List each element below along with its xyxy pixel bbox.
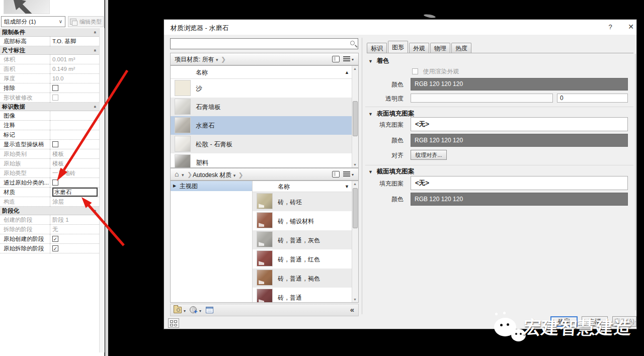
material-list-item[interactable]: 沙 [171,79,358,98]
project-list-scrollbar[interactable]: ▲ ▼ [352,66,358,167]
material-list-item[interactable]: 石膏墙板 [171,98,358,116]
section-title: 限制条件 [2,29,25,35]
material-list-item[interactable]: 砖，普通 [253,288,358,303]
material-list-item[interactable]: 塑料 [171,153,358,168]
open-library-folder-icon[interactable] [174,307,182,313]
material-thumbnail [257,231,273,247]
view-options-caret-icon[interactable]: ▾ [352,57,354,62]
cursor-arrow-icon [4,0,50,14]
cut-pattern-section-header[interactable]: ▼ 截面填充图案 [368,167,414,176]
property-value: 0.001 m³ [52,56,75,62]
section-header[interactable]: 标识数据« [0,103,99,111]
edit-type-button[interactable]: 编辑类型 [68,16,104,27]
tab-物理[interactable]: 物理 [430,43,450,53]
type-selector-dropdown[interactable]: 组成部分 (1) ∨ [1,16,65,27]
texture-alignment-button[interactable]: 纹理对齐... [411,150,447,160]
view-options-caret-icon[interactable]: ▾ [352,172,354,177]
material-list-item[interactable]: 砖，铺设材料 [253,211,358,230]
tree-item-home-view[interactable]: ▶ 主视图 [171,181,252,191]
folder-menu-caret-icon[interactable]: ▾ [184,309,186,313]
section-header[interactable]: 阶段化« [0,207,99,215]
material-list-item[interactable]: 砖，普通，褐色 [253,269,358,288]
checkbox[interactable]: ✓ [52,245,58,251]
close-icon[interactable]: ✕ [626,23,636,31]
section-header[interactable]: 限制条件« [0,28,99,37]
scroll-up-icon[interactable]: ▲ [353,67,357,70]
list-header[interactable]: 名称 ▼ [253,181,358,192]
panel-splitter[interactable] [362,38,362,314]
create-material-globe-icon[interactable] [190,306,197,313]
asset-browser-button[interactable] [168,318,179,328]
library-list-scrollbar[interactable]: ▲ ▼ [352,181,358,302]
library-materials-list: 名称 ▼ 砖，砖坯砖，铺设材料砖，普通，灰色砖，普通，红色砖，普通，褐色砖，普通… [253,181,358,302]
material-list-item[interactable]: 砖，普通，灰色 [253,230,358,249]
collapse-section-icon[interactable]: « [93,106,97,108]
type-preview [4,0,50,14]
home-icon[interactable]: ⌂ [175,170,179,178]
collapse-library-icon[interactable]: « [350,305,354,314]
scrollbar-thumb[interactable] [353,188,358,228]
library-breadcrumb-label[interactable]: Autodesk 材质 [193,171,231,179]
surface-pattern-box[interactable]: <无> [411,117,628,131]
search-input[interactable] [170,38,358,49]
material-name: 砖，铺设材料 [278,217,314,226]
checkbox[interactable] [52,141,58,147]
property-value: 10.0 [52,75,63,81]
material-value[interactable]: 水磨石 [52,188,98,197]
transparency-value[interactable]: 0 [557,94,628,103]
material-list-item[interactable]: 水磨石 [171,116,358,135]
tab-热度[interactable]: 热度 [451,43,471,53]
home-caret-icon[interactable]: ▾ [182,172,184,177]
material-list-item[interactable]: 砖，砖坯 [253,192,358,211]
tab-外观[interactable]: 外观 [409,43,429,53]
list-view-icon[interactable] [343,56,350,62]
material-list-icon[interactable] [206,307,213,313]
property-value-cell: 无 [50,225,99,234]
surface-pattern-section-header[interactable]: ▼ 表面填充图案 [368,110,414,118]
tab-标识[interactable]: 标识 [367,43,387,53]
name-column-header[interactable]: 名称 [171,69,208,76]
checkbox[interactable] [52,180,58,186]
tab-图形[interactable]: 图形 [388,41,408,53]
card-view-icon[interactable] [332,56,340,62]
use-render-appearance-checkbox[interactable] [412,68,418,74]
scroll-down-icon[interactable]: ▼ [353,298,357,301]
dialog-titlebar[interactable]: 材质浏览器 - 水磨石 ? ✕ [164,20,636,35]
wechat-icon-eye [520,333,522,335]
property-label: 通过原始分类的... [0,178,50,188]
library-caret-icon[interactable]: ▾ [233,173,236,178]
checkbox[interactable]: ✓ [52,236,58,242]
material-list-item[interactable]: 松散 - 石膏板 [171,135,358,153]
name-column-header[interactable]: 名称 [253,183,290,190]
sort-descending-icon[interactable]: ▼ [345,181,349,192]
collapse-section-icon[interactable]: « [93,210,97,212]
scroll-up-icon[interactable]: ▲ [353,182,357,186]
property-row: 面积0.149 m² [0,64,99,74]
library-breadcrumb-bar[interactable]: ⌂ ▾ ❯ Autodesk 材质 ▾ ❯ ▾ [170,168,359,181]
checkbox[interactable] [52,85,58,91]
surface-color-swatch[interactable]: RGB 120 120 120 [411,134,628,147]
section-title: 标识数据 [2,104,25,110]
shading-section-header[interactable]: ▼ 着色 [368,57,389,65]
tree-expand-icon[interactable]: ▶ [173,181,176,191]
project-filter-label[interactable]: 项目材质: 所有 [175,56,214,63]
material-list-item[interactable]: 砖，普通，红色 [253,249,358,269]
collapse-section-icon[interactable]: « [93,31,97,34]
properties-scrollbar[interactable] [99,28,105,352]
collapse-section-icon[interactable]: « [93,49,97,52]
card-view-icon[interactable] [332,171,340,177]
scroll-down-icon[interactable]: ▼ [353,163,357,166]
help-button[interactable]: ? [606,23,615,31]
create-material-caret-icon[interactable]: ▾ [199,309,201,313]
cut-color-swatch[interactable]: RGB 120 120 120 [411,193,628,206]
scrollbar-thumb[interactable] [353,101,358,136]
section-header[interactable]: 尺寸标注« [0,46,99,55]
transparency-slider[interactable] [411,94,553,103]
wechat-icon-eye [515,333,517,335]
list-header[interactable]: 名称 ▲ [171,66,358,79]
cut-pattern-box[interactable]: <无> [411,176,628,190]
list-view-icon[interactable] [343,171,350,177]
shading-color-swatch[interactable]: RGB 120 120 120 [411,78,628,91]
sort-ascending-icon[interactable]: ▲ [345,66,349,79]
project-materials-header[interactable]: 项目材质: 所有 ▾ ❯ ▾ [170,53,359,65]
